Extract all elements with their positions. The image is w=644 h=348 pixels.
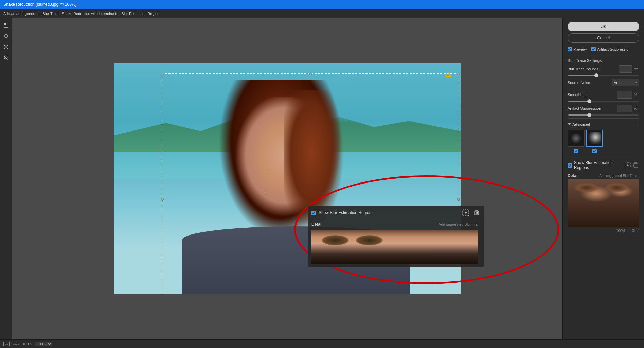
blur-trace-bounds-slider[interactable] [568, 75, 639, 76]
artifact-suppression-ctrl-row: Artifact Suppression 30,0 % [563, 103, 644, 114]
svg-point-3 [5, 46, 7, 48]
show-blur-estimation-row: Show Blur Estimation Regions + [563, 158, 644, 172]
trace-thumb-2[interactable] [586, 130, 603, 147]
main-area: ⚠ Show Blur Estimation Regions + [0, 18, 644, 339]
show-blur-regions-checkbox-overlay[interactable] [311, 211, 316, 215]
add-region-icon-btn[interactable]: + [624, 162, 631, 169]
detail-footer: − 100% + ⊡ ⤢ [568, 227, 639, 235]
smoothing-slider-row [563, 100, 644, 103]
view-icons: ⊡ ⤢ [632, 228, 639, 233]
right-panel: OK Cancel Preview Artifact Suppression B… [562, 18, 644, 339]
svg-text:+: + [627, 163, 629, 167]
blur-overlay-panel: Show Blur Estimation Regions + [308, 206, 484, 267]
show-blur-estimation-checkbox[interactable] [568, 163, 572, 168]
detail-section: Detail Add suggested Blur Trac... − [563, 172, 644, 235]
action-buttons: OK Cancel [563, 18, 644, 45]
blur-trace-bounds-label: Blur Trace Bounds [568, 67, 598, 71]
preview-checkbox-label[interactable]: Preview [568, 47, 587, 51]
trace-thumb-2-inner [588, 132, 601, 144]
zoom-out-icon[interactable]: − [612, 229, 614, 233]
blur-overlay-header: Show Blur Estimation Regions + [308, 206, 484, 220]
blur-tool-btn[interactable] [1, 42, 11, 52]
trace-1-checkbox[interactable] [574, 149, 578, 153]
delete-blur-region-btn[interactable] [472, 209, 481, 217]
info-message: Add an auto-generated Blur Trace. Shake … [3, 12, 160, 16]
detail-preview-overlay [311, 230, 478, 264]
artifact-suppression-input[interactable]: 30,0 [617, 105, 632, 112]
delete-region-icon-btn[interactable] [632, 162, 639, 169]
warning-icon: ⚠ [445, 70, 452, 79]
view-mode-icon-1[interactable]: ▭ [3, 342, 10, 346]
detail-label-right: Detail [568, 173, 579, 178]
trace-thumb-1[interactable] [568, 130, 585, 147]
detail-header-row: Detail Add suggested Blur Trac... [568, 173, 639, 178]
source-noise-row: Source Noise Auto ▼ [563, 77, 644, 88]
zoom-icons: − 100% + [612, 229, 629, 233]
detail-label-overlay: Detail [311, 222, 323, 227]
blur-overlay-body: Detail Add suggested Blur Tra... [308, 220, 484, 229]
source-noise-dropdown[interactable]: Auto ▼ [612, 79, 639, 86]
blur-trace-bounds-slider-row [563, 74, 644, 77]
show-blur-regions-label-overlay: Show Blur Estimation Regions [319, 210, 373, 215]
detail-preview-image [568, 179, 639, 227]
canvas-area[interactable]: ⚠ Show Blur Estimation Regions + [12, 18, 562, 339]
svg-line-5 [7, 59, 8, 60]
view-mode-icon-2[interactable]: ▭▭ [13, 342, 19, 346]
checkboxes-row: Preview Artifact Suppression [563, 45, 644, 53]
svg-text:+: + [464, 210, 467, 215]
move-tool-btn[interactable] [1, 31, 11, 41]
expand-detail-icon[interactable]: ⤢ [636, 228, 639, 233]
detail-preview-right [568, 179, 639, 227]
svg-rect-1 [4, 23, 6, 25]
blur-trace-bounds-unit: px [634, 67, 639, 71]
artifact-suppression-ctrl-label: Artifact Suppression [568, 106, 601, 110]
divider-3 [568, 157, 639, 157]
cancel-button[interactable]: Cancel [568, 33, 639, 43]
trace-thumb-1-inner [570, 132, 582, 144]
artifact-suppression-checkbox-label[interactable]: Artifact Suppression [591, 47, 630, 51]
advanced-section-header[interactable]: Advanced ⊞ [563, 120, 644, 128]
handle-mr[interactable] [457, 198, 460, 201]
smoothing-unit: % [634, 93, 639, 97]
title-text: Shake Reduction (blurred3.jpg @ 100%) [3, 2, 77, 7]
smoothing-input[interactable]: 30,0 [617, 91, 632, 99]
preview-checkbox[interactable] [568, 47, 572, 51]
region-row-icons: + [624, 162, 639, 169]
status-bar: ▭ ▭▭ 100% 100% 50% 200% [0, 339, 644, 348]
divider-1 [568, 55, 639, 55]
add-blur-region-btn[interactable]: + [462, 209, 470, 217]
selection-tool-btn[interactable] [1, 20, 11, 30]
canvas-wrapper: ⚠ Show Blur Estimation Regions + [114, 63, 461, 294]
blur-trace-settings-label: Blur Trace Settings [563, 56, 644, 64]
trace-2-checkbox[interactable] [592, 149, 597, 153]
artifact-suppression-slider-row [563, 114, 644, 117]
add-suggested-label-overlay[interactable]: Add suggested Blur Tra... [439, 222, 481, 226]
artifact-suppression-unit: % [634, 106, 639, 110]
smoothing-row: Smoothing 30,0 % [563, 90, 644, 100]
zoom-level-status: 100% [22, 342, 32, 346]
zoom-tool-btn[interactable] [1, 53, 11, 63]
zoom-in-icon[interactable]: + [627, 229, 629, 233]
info-bar: Add an auto-generated Blur Trace. Shake … [0, 9, 644, 18]
artifact-suppression-slider[interactable] [568, 114, 639, 116]
ok-button[interactable]: OK [568, 22, 639, 31]
crosshair-2 [262, 190, 267, 194]
artifact-suppression-checkbox[interactable] [591, 47, 596, 51]
fit-icon[interactable]: ⊡ [632, 228, 635, 233]
smoothing-slider[interactable] [568, 101, 639, 102]
source-noise-label: Source Noise [568, 81, 595, 85]
blur-trace-bounds-input[interactable]: 33 [619, 65, 632, 73]
handle-ml[interactable] [161, 198, 164, 201]
show-blur-estimation-label: Show Blur Estimation Regions [574, 160, 622, 170]
artifact-suppression-label: Artifact Suppression [597, 47, 630, 51]
advanced-label: Advanced [572, 122, 590, 126]
advanced-expand-icon[interactable]: ⊞ [636, 122, 639, 126]
zoom-select[interactable]: 100% 50% 200% [35, 342, 52, 346]
trace-thumbnails [563, 128, 644, 149]
title-bar: Shake Reduction (blurred3.jpg @ 100%) [0, 0, 644, 9]
add-suggested-blur-trace-btn[interactable]: Add suggested Blur Trac... [599, 174, 639, 178]
trace-checkboxes [563, 149, 644, 155]
divider-2 [568, 118, 639, 119]
blur-trace-bounds-row: Blur Trace Bounds 33 px [563, 64, 644, 74]
advanced-triangle [568, 123, 571, 125]
